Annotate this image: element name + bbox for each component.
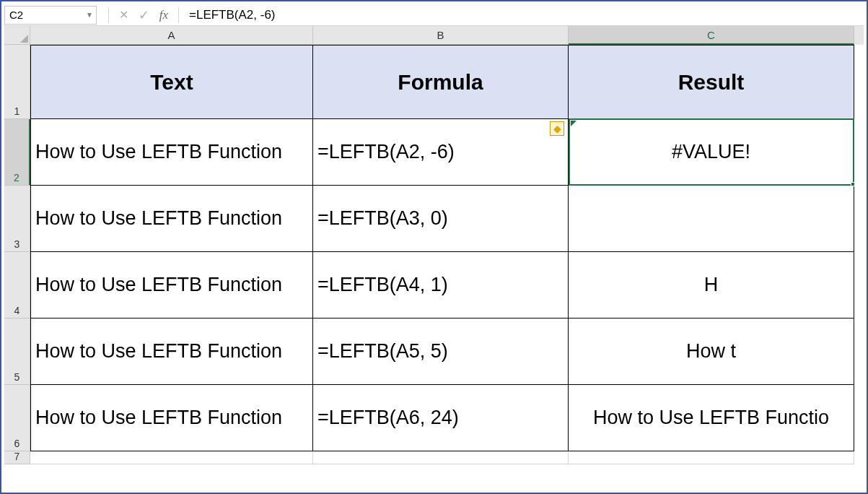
table-row: 2 How to Use LEFTB Function =LEFTB(A2, -… (4, 119, 864, 186)
cell-a3[interactable]: How to Use LEFTB Function (30, 186, 313, 252)
error-smart-tag[interactable] (550, 121, 564, 136)
column-header-a[interactable]: A (30, 26, 313, 45)
cell-c2[interactable]: #VALUE! (569, 119, 854, 186)
cell-a4[interactable]: How to Use LEFTB Function (30, 252, 313, 318)
name-box-dropdown-icon[interactable]: ▼ (86, 11, 93, 19)
cell-c6[interactable]: How to Use LEFTB Functio (569, 385, 854, 451)
cell-a5[interactable]: How to Use LEFTB Function (30, 318, 313, 385)
row-header-6[interactable]: 6 (4, 385, 30, 451)
cell-b4[interactable]: =LEFTB(A4, 1) (313, 252, 569, 318)
column-header-c[interactable]: C (569, 26, 854, 45)
cell-b6[interactable]: =LEFTB(A6, 24) (313, 385, 569, 451)
spreadsheet-grid: A B C 1 Text Formula Result 2 How to Use… (4, 26, 864, 464)
cell-b5[interactable]: =LEFTB(A5, 5) (313, 318, 569, 385)
cell-a7[interactable] (30, 451, 313, 464)
name-box-value: C2 (9, 9, 23, 21)
cell-c7[interactable] (569, 451, 854, 464)
enter-formula-button[interactable]: ✓ (133, 6, 154, 25)
cell-c4[interactable]: H (569, 252, 854, 318)
divider (178, 7, 179, 23)
table-row: 6 How to Use LEFTB Function =LEFTB(A6, 2… (4, 385, 864, 451)
formula-input[interactable] (183, 6, 864, 25)
cell-a2[interactable]: How to Use LEFTB Function (30, 119, 313, 186)
table-row: 4 How to Use LEFTB Function =LEFTB(A4, 1… (4, 252, 864, 318)
column-header-row: A B C (4, 26, 864, 45)
formula-bar: C2 ▼ ✕ ✓ fx (4, 4, 864, 26)
name-box[interactable]: C2 ▼ (4, 6, 97, 25)
row-header-4[interactable]: 4 (4, 252, 30, 318)
header-cell-text[interactable]: Text (30, 45, 313, 119)
row-header-2[interactable]: 2 (4, 119, 30, 186)
table-row: 3 How to Use LEFTB Function =LEFTB(A3, 0… (4, 186, 864, 252)
cell-b2[interactable]: =LEFTB(A2, -6) (313, 119, 569, 186)
row-header-5[interactable]: 5 (4, 318, 30, 385)
cell-c5[interactable]: How t (569, 318, 854, 385)
cell-c3[interactable] (569, 186, 854, 252)
header-cell-result[interactable]: Result (569, 45, 854, 119)
select-all-triangle[interactable] (4, 26, 30, 45)
fx-icon[interactable]: fx (154, 8, 174, 22)
header-cell-formula[interactable]: Formula (313, 45, 569, 119)
row-header-3[interactable]: 3 (4, 186, 30, 252)
cell-b3[interactable]: =LEFTB(A3, 0) (313, 186, 569, 252)
cell-b7[interactable] (313, 451, 569, 464)
divider (108, 7, 109, 23)
table-row: 1 Text Formula Result (4, 45, 864, 119)
table-row: 5 How to Use LEFTB Function =LEFTB(A5, 5… (4, 318, 864, 385)
table-row: 7 (4, 451, 864, 464)
cancel-formula-button[interactable]: ✕ (113, 6, 133, 25)
cell-a6[interactable]: How to Use LEFTB Function (30, 385, 313, 451)
error-triangle-icon (571, 121, 577, 126)
row-header-7[interactable]: 7 (4, 451, 30, 464)
row-header-1[interactable]: 1 (4, 45, 30, 119)
column-header-b[interactable]: B (313, 26, 569, 45)
